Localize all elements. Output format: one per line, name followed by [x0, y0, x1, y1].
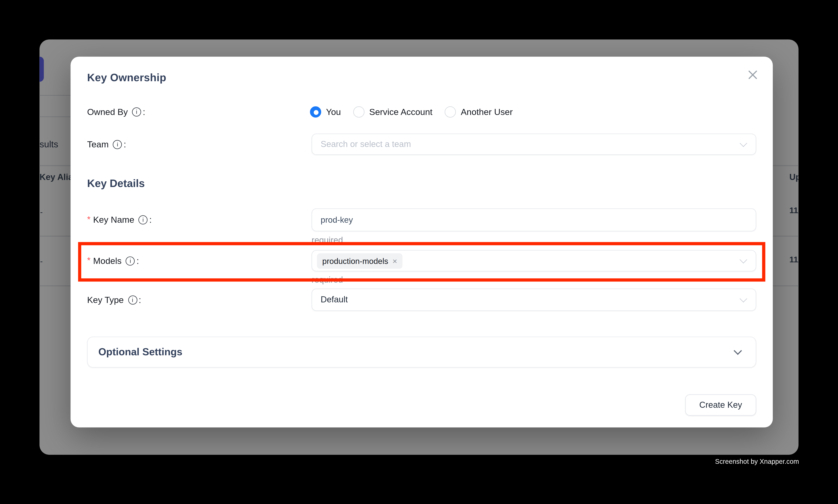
create-key-button[interactable]: Create Key: [685, 394, 756, 416]
info-icon[interactable]: i: [113, 140, 122, 149]
radio-selected-icon: [310, 106, 321, 117]
required-asterisk: *: [87, 256, 90, 266]
info-icon[interactable]: i: [139, 215, 148, 224]
radio-another-user[interactable]: Another User: [445, 106, 513, 117]
chevron-down-icon: [739, 256, 747, 264]
models-select[interactable]: production-models ×: [311, 250, 756, 271]
key-type-label: Key Type i :: [87, 293, 141, 307]
chevron-down-icon: [739, 139, 747, 147]
modal-title: Key Ownership: [87, 72, 166, 84]
team-label: Team i :: [87, 137, 126, 151]
owned-by-radio-group: You Service Account Another User: [310, 105, 513, 119]
radio-you[interactable]: You: [310, 106, 341, 117]
optional-settings-toggle[interactable]: Optional Settings: [87, 337, 756, 367]
model-tag-label: production-models: [322, 256, 388, 266]
owned-by-label: Owned By i :: [87, 105, 145, 119]
required-asterisk: *: [87, 215, 90, 224]
close-icon[interactable]: [747, 68, 760, 81]
optional-settings-title: Optional Settings: [99, 346, 182, 358]
info-icon[interactable]: i: [126, 256, 135, 266]
radio-unselected-icon: [445, 106, 456, 117]
radio-service-account[interactable]: Service Account: [353, 106, 432, 117]
radio-unselected-icon: [353, 106, 364, 117]
models-required-hint: required: [311, 275, 343, 285]
team-select[interactable]: [311, 133, 756, 155]
watermark-text: Screenshot by Xnapper.com: [715, 458, 799, 465]
key-name-input[interactable]: [311, 209, 756, 232]
key-details-heading: Key Details: [87, 177, 145, 190]
chevron-down-icon: [733, 347, 742, 355]
models-label: * Models i :: [87, 254, 139, 268]
key-name-required-hint: required: [311, 236, 343, 245]
chevron-down-icon: [739, 295, 747, 303]
screenshot-stage: eset Filt sults Key Alia Up - 11/ - 11/ …: [0, 0, 838, 504]
info-icon[interactable]: i: [128, 295, 137, 304]
key-type-value: Default: [321, 295, 348, 305]
create-key-modal: Key Ownership Owned By i : You Service A…: [70, 57, 773, 428]
key-type-select[interactable]: Default: [311, 288, 756, 311]
tag-remove-icon[interactable]: ×: [392, 256, 397, 266]
key-name-label: * Key Name i :: [87, 213, 152, 227]
info-icon[interactable]: i: [132, 107, 141, 116]
team-search-input[interactable]: [321, 139, 716, 149]
model-tag: production-models ×: [317, 253, 403, 268]
